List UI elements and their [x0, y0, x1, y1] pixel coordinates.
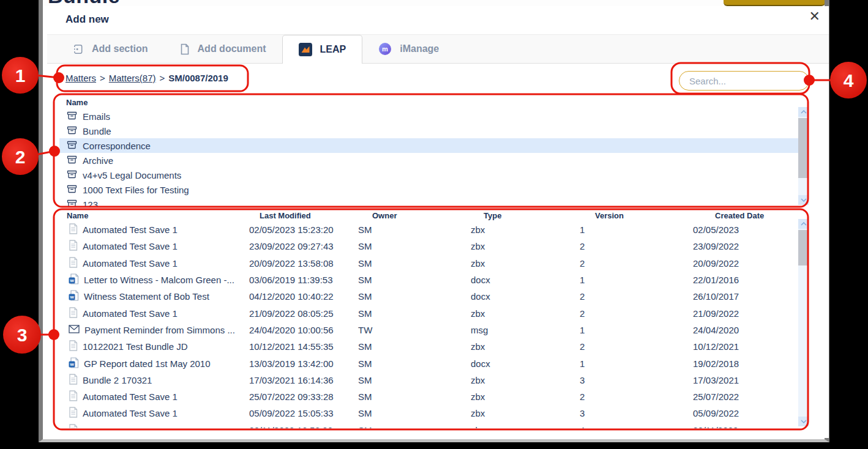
scrollbar-thumb[interactable]: [798, 230, 809, 265]
svg-text:w: w: [69, 362, 74, 367]
tab-imanage[interactable]: m iManage: [362, 35, 455, 63]
table-row[interactable]: Automated Test Save 1 21/09/2022 08:05:2…: [59, 305, 798, 321]
document-icon: [69, 257, 78, 268]
document-icon: [69, 424, 78, 428]
scroll-down-icon[interactable]: [798, 417, 809, 426]
cell-created-date: 24/04/2020: [693, 325, 798, 335]
cell-owner: SM: [358, 291, 471, 302]
table-row[interactable]: Automated Test Save 1 23/09/2022 09:27:4…: [59, 238, 798, 254]
folder-name: Bundle: [83, 126, 111, 136]
scroll-up-icon[interactable]: [798, 107, 809, 117]
callout-3-number: 3: [17, 325, 28, 345]
cell-version: 2: [580, 291, 693, 302]
folder-item[interactable]: 1000 Text Files for Testing: [59, 182, 798, 197]
cell-version: 2: [580, 341, 693, 352]
table-row[interactable]: 20/11/2020 16:56:30 SM zbx 4 20/11/2020: [59, 422, 798, 428]
file-name: Bundle 2 170321: [83, 375, 152, 385]
cell-last-modified: 10/12/2021 14:55:35: [249, 341, 358, 352]
table-row[interactable]: Automated Test Save 1 02/05/2023 15:23:2…: [59, 221, 798, 238]
table-row[interactable]: Automated Test Save 1 25/07/2022 09:33:2…: [59, 388, 798, 405]
search-input[interactable]: [679, 71, 809, 91]
folder-item[interactable]: 123: [59, 197, 798, 207]
add-new-modal: Add new ✕ Add section Add document: [47, 6, 829, 438]
cell-version: 2: [580, 258, 693, 269]
table-row[interactable]: wLetter to Witness - Malcom Green -... 0…: [59, 272, 798, 288]
cell-version: 3: [580, 408, 693, 418]
add-document-icon: [180, 43, 190, 55]
cell-created-date: 26/10/2017: [693, 291, 798, 302]
document-icon: [69, 340, 78, 351]
cell-owner: SM: [358, 391, 471, 402]
cell-created-date: 17/03/2021: [693, 375, 798, 385]
app-window: Bundle Add new ✕ Add section: [39, 0, 829, 442]
tab-add-document[interactable]: Add document: [164, 35, 282, 63]
cell-last-modified: 24/04/2020 10:00:56: [249, 325, 358, 335]
col-name: Name: [59, 211, 252, 220]
cell-owner: SM: [358, 241, 471, 251]
cell-type: docx: [471, 291, 580, 302]
col-last-modified: Last Modified: [252, 211, 365, 220]
cell-type: docx: [471, 358, 580, 369]
word-document-icon: w: [69, 290, 79, 301]
svg-text:w: w: [69, 295, 74, 300]
folder-item[interactable]: Archive: [59, 153, 798, 168]
close-icon[interactable]: ✕: [809, 10, 820, 23]
cell-version: 3: [580, 375, 693, 385]
table-row[interactable]: 10122021 Test Bundle JD 10/12/2021 14:55…: [59, 338, 798, 355]
cell-type: zbx: [471, 408, 580, 418]
document-icon: [69, 307, 78, 318]
cell-type: docx: [471, 275, 580, 285]
breadcrumb-separator: >: [100, 73, 105, 83]
col-type: Type: [476, 211, 588, 220]
cell-last-modified: 20/09/2022 13:58:08: [249, 258, 358, 269]
scroll-down-icon[interactable]: [798, 195, 809, 205]
cell-owner: SM: [358, 425, 471, 428]
cell-type: zbx: [471, 224, 580, 235]
email-icon: [69, 325, 80, 333]
scroll-up-icon[interactable]: [798, 219, 809, 229]
callout-3-circle: [3, 316, 41, 354]
breadcrumb-item[interactable]: Matters: [65, 73, 96, 83]
cell-owner: SM: [358, 258, 471, 269]
tab-add-section[interactable]: Add section: [56, 35, 164, 63]
document-icon: [69, 240, 78, 251]
cell-owner: SM: [358, 224, 471, 235]
file-table-scrollbar[interactable]: [798, 219, 809, 426]
folder-item[interactable]: v4+v5 Legal Documents: [59, 168, 798, 182]
cell-version: 4: [580, 425, 693, 428]
background-gold-button[interactable]: [724, 0, 825, 6]
table-row[interactable]: wGP Report dated 1st May 2010 13/03/2019…: [59, 355, 798, 371]
table-row[interactable]: wWitness Statement of Bob Test 04/12/202…: [59, 288, 798, 305]
table-row[interactable]: Automated Test Save 1 05/09/2022 15:05:3…: [59, 405, 798, 421]
folder-list-scrollbar[interactable]: [798, 107, 809, 205]
cell-type: zbx: [471, 425, 580, 428]
document-icon: [69, 223, 78, 234]
cell-type: zbx: [471, 391, 580, 402]
file-table-header: Name Last Modified Owner Type Version Cr…: [59, 209, 811, 220]
folder-name: v4+v5 Legal Documents: [83, 170, 181, 180]
scrollbar-thumb[interactable]: [798, 118, 809, 178]
file-name: Payment Reminder from Simmons ...: [84, 325, 235, 335]
cell-owner: SM: [358, 308, 471, 319]
folder-item[interactable]: Correspondence: [59, 138, 798, 153]
folder-item[interactable]: Emails: [59, 109, 798, 124]
svg-text:w: w: [69, 278, 74, 283]
cell-created-date: 21/09/2022: [693, 308, 798, 319]
leap-logo-icon: [299, 43, 312, 56]
archive-box-icon: [67, 169, 77, 179]
tab-leap[interactable]: LEAP: [282, 35, 363, 64]
tab-label: Add section: [92, 43, 148, 54]
callout-1-circle: [2, 57, 39, 94]
table-row[interactable]: Automated Test Save 1 20/09/2022 13:58:0…: [59, 255, 798, 272]
tab-bar: Add section Add document LEAP m: [47, 35, 829, 64]
breadcrumb-item[interactable]: Matters(87): [109, 73, 156, 83]
file-name: Automated Test Save 1: [83, 258, 178, 269]
cell-created-date: 02/05/2023: [693, 224, 798, 235]
cell-created-date: 25/07/2022: [693, 391, 798, 402]
table-row[interactable]: Payment Reminder from Simmons ... 24/04/…: [59, 322, 798, 338]
tab-label: iManage: [400, 43, 439, 54]
folder-item[interactable]: Bundle: [59, 124, 798, 138]
callout-4-circle: [830, 62, 867, 98]
table-row[interactable]: Bundle 2 170321 17/03/2021 16:14:36 SM z…: [59, 372, 798, 388]
cell-type: zbx: [471, 241, 580, 251]
